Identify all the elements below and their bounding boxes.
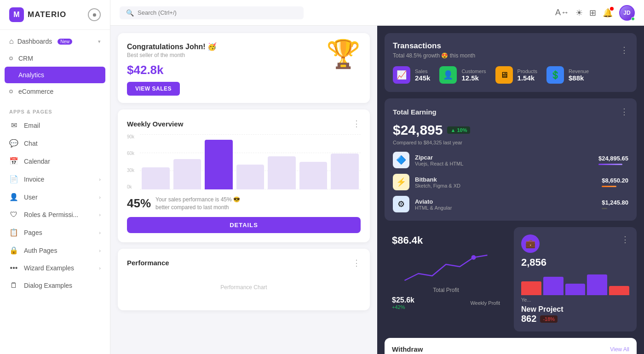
aviato-logo: ⚙ bbox=[393, 196, 409, 212]
mini-bar-5 bbox=[609, 286, 629, 295]
mini-bar-2 bbox=[543, 277, 564, 295]
project-menu-icon[interactable]: ⋮ bbox=[621, 234, 629, 245]
view-all-link[interactable]: View All bbox=[610, 346, 629, 353]
user-icon: 👤 bbox=[9, 193, 18, 201]
sidebar-item-crm[interactable]: CRM bbox=[0, 50, 110, 67]
bottom-right-grid: $86.4k Total Profit $25.6k +42% Weekly P… bbox=[385, 227, 637, 331]
aviato-bar bbox=[602, 208, 607, 209]
new-project-card: 💼 ⋮ 2,856 Ye... New Project bbox=[514, 227, 637, 331]
products-value: 1.54k bbox=[518, 74, 537, 82]
total-profit-card: $86.4k Total Profit $25.6k +42% Weekly P… bbox=[385, 227, 507, 331]
details-button[interactable]: DETAILS bbox=[127, 217, 361, 233]
lock-icon: 🔒 bbox=[9, 246, 18, 255]
sidebar-item-auth[interactable]: 🔒 Auth Pages › bbox=[0, 241, 110, 259]
chevron-right-icon: › bbox=[99, 177, 101, 182]
user-label: User bbox=[24, 194, 38, 201]
sidebar-item-wizard[interactable]: ••• Wizard Examples › bbox=[0, 259, 110, 277]
logo-icon: M bbox=[9, 7, 24, 22]
sales-percent: 45% bbox=[127, 196, 151, 211]
zipcar-tech: Vuejs, React & HTML bbox=[415, 161, 463, 166]
transactions-card: Transactions Total 48.5% growth 😍 this m… bbox=[385, 33, 637, 92]
sidebar-item-dashboards[interactable]: ⌂ Dashboards New ▾ bbox=[0, 33, 110, 50]
earning-menu-icon[interactable]: ⋮ bbox=[620, 107, 628, 117]
sidebar-item-email[interactable]: ✉ Email bbox=[0, 116, 110, 134]
transactions-menu-icon[interactable]: ⋮ bbox=[620, 45, 628, 55]
earning-item-bitbank: ⚡ Bitbank Sketch, Figma & XD $8,650.20 bbox=[393, 174, 628, 190]
new-project-label: New Project bbox=[521, 305, 564, 314]
project-number: 2,856 bbox=[521, 257, 629, 268]
zipcar-name: Zipcar bbox=[415, 154, 463, 161]
project-sub: New Project bbox=[521, 305, 629, 314]
chevron-down-icon: ▾ bbox=[98, 39, 101, 45]
chevron-right-icon: › bbox=[99, 212, 101, 217]
chat-icon: 💬 bbox=[9, 139, 18, 148]
mini-bar-chart bbox=[521, 272, 629, 295]
theme-icon[interactable]: ☀ bbox=[575, 8, 583, 18]
project-year-label: Ye... bbox=[521, 297, 629, 303]
bitbank-name: Bitbank bbox=[415, 176, 460, 183]
earning-item-zipcar: 🔷 Zipcar Vuejs, React & HTML $24,895.65 bbox=[393, 152, 628, 168]
bar-2 bbox=[173, 159, 201, 189]
record-button[interactable]: ⏺ bbox=[88, 8, 101, 21]
customers-value: 12.5k bbox=[461, 74, 486, 82]
logo-text: MATERIO bbox=[28, 10, 66, 19]
zipcar-bar bbox=[598, 164, 622, 165]
view-sales-button[interactable]: VIEW SALES bbox=[127, 82, 180, 96]
withdraw-tech-card: Withdraw View All N TS JS bbox=[385, 338, 637, 354]
chart-label-0k: 0k bbox=[127, 184, 134, 189]
bar-7 bbox=[331, 154, 359, 189]
auth-label: Auth Pages bbox=[24, 247, 57, 254]
transactions-header: Transactions Total 48.5% growth 😍 this m… bbox=[393, 41, 628, 59]
wizard-label: Wizard Examples bbox=[24, 264, 74, 272]
sidebar-item-dialog[interactable]: 🗒 Dialog Examples bbox=[0, 277, 110, 294]
sidebar-item-pages[interactable]: 📋 Pages › bbox=[0, 223, 110, 241]
chart-container: 90k 60k 30k 0k bbox=[127, 134, 361, 189]
dot-icon bbox=[9, 90, 13, 93]
search-box[interactable]: 🔍 bbox=[120, 6, 304, 19]
new-badge: New bbox=[58, 39, 72, 45]
total-profit-label: Total Profit bbox=[392, 287, 500, 293]
performance-title: Performance bbox=[127, 259, 169, 267]
metric-customers: 👤 Customers 12.5k bbox=[439, 66, 486, 84]
sidebar-item-chat[interactable]: 💬 Chat bbox=[0, 134, 110, 152]
bar-4 bbox=[236, 165, 264, 189]
sidebar-item-calendar[interactable]: 📅 Calendar bbox=[0, 152, 110, 170]
sidebar-item-roles[interactable]: 🛡 Roles & Permissi... › bbox=[0, 206, 110, 223]
metric-revenue: 💲 Revenue $88k bbox=[546, 66, 589, 84]
sidebar-item-invoice[interactable]: 📄 Invoice › bbox=[0, 170, 110, 188]
search-input[interactable] bbox=[138, 9, 297, 16]
translate-icon[interactable]: A↔ bbox=[555, 8, 569, 17]
crm-label: CRM bbox=[18, 55, 33, 62]
earning-amount: $24,895 ▲ 10% bbox=[393, 122, 628, 138]
topbar-right: A↔ ☀ ⊞ 🔔 JD bbox=[555, 5, 635, 21]
project-card-header: 💼 ⋮ bbox=[521, 234, 629, 253]
pages-label: Pages bbox=[24, 229, 42, 236]
sidebar-item-ecommerce[interactable]: eCommerce bbox=[0, 83, 110, 100]
bitbank-logo: ⚡ bbox=[393, 174, 409, 190]
performance-menu-icon[interactable]: ⋮ bbox=[352, 258, 361, 268]
sidebar-item-user[interactable]: 👤 User › bbox=[0, 188, 110, 206]
search-icon: 🔍 bbox=[126, 9, 134, 17]
weekly-menu-icon[interactable]: ⋮ bbox=[352, 119, 361, 129]
wizard-icon: ••• bbox=[9, 264, 18, 272]
notification-icon[interactable]: 🔔 bbox=[603, 8, 613, 18]
dashboards-label: Dashboards bbox=[17, 38, 52, 45]
calendar-label: Calendar bbox=[24, 158, 50, 165]
ecommerce-label: eCommerce bbox=[18, 88, 53, 95]
chevron-right-icon: › bbox=[99, 230, 101, 235]
project-icon: 💼 bbox=[521, 234, 540, 253]
sidebar-item-analytics[interactable]: Analytics bbox=[5, 67, 105, 83]
sales-value: 245k bbox=[415, 74, 430, 82]
bar-3-active bbox=[205, 140, 233, 189]
profit-bottom: $25.6k +42% Weekly Profit bbox=[392, 296, 500, 310]
weekly-overview-card: Weekly Overview ⋮ 90k 60k 30k 0k bbox=[118, 109, 370, 242]
earning-item-aviato: ⚙ Aviato HTML & Angular $1,245.80 bbox=[393, 196, 628, 212]
dialog-label: Dialog Examples bbox=[24, 282, 72, 289]
shield-icon: 🛡 bbox=[9, 211, 18, 219]
mini-bar-4 bbox=[587, 274, 607, 295]
user-avatar-wrap[interactable]: JD bbox=[619, 5, 635, 21]
performance-header: Performance ⋮ bbox=[127, 258, 361, 268]
grid-icon[interactable]: ⊞ bbox=[589, 8, 596, 18]
topbar: 🔍 A↔ ☀ ⊞ 🔔 JD bbox=[110, 0, 644, 26]
earning-title: Total Earning bbox=[393, 108, 437, 116]
